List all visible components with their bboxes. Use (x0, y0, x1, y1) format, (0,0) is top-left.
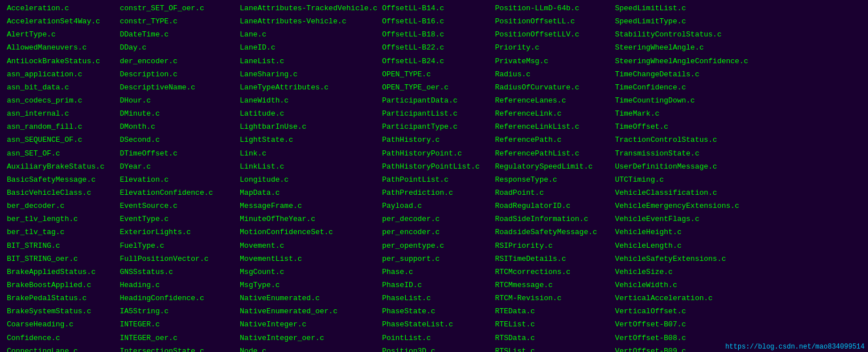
file-item[interactable]: RTCMcorrections.c (493, 266, 613, 279)
file-item[interactable]: LaneAttributes-TrackedVehicle.c (237, 2, 380, 15)
file-item[interactable]: ElevationConfidence.c (117, 187, 237, 199)
file-item[interactable]: VehicleHeight.c (612, 226, 750, 239)
file-item[interactable]: SteeringWheelAngleConfidence.c (612, 55, 750, 68)
file-item[interactable]: TimeConfidence.c (612, 81, 750, 94)
file-item[interactable]: PositionOffsetLL.c (493, 15, 613, 28)
file-item[interactable]: DescriptiveName.c (117, 81, 237, 94)
file-item[interactable]: TractionControlStatus.c (612, 134, 750, 146)
file-item[interactable]: per_decoder.c (380, 213, 492, 226)
file-item[interactable]: NativeInteger.c (237, 318, 380, 331)
file-item[interactable]: DYear.c (117, 161, 237, 173)
file-item[interactable]: VehicleSafetyExtensions.c (612, 253, 750, 265)
file-item[interactable]: RTSList.c (493, 345, 613, 352)
file-item[interactable]: RTEList.c (493, 318, 613, 331)
file-item[interactable]: LightbarInUse.c (237, 121, 380, 133)
file-item[interactable]: MsgCount.c (237, 266, 380, 279)
file-item[interactable]: OffsetLL-B24.c (380, 55, 492, 68)
file-item[interactable]: EventType.c (117, 213, 237, 226)
file-item[interactable]: LaneSharing.c (237, 68, 380, 81)
file-item[interactable]: VertOffset-B07.c (612, 318, 750, 331)
file-item[interactable]: MinuteOfTheYear.c (237, 213, 380, 226)
file-item[interactable]: IntersectionState.c (117, 345, 237, 352)
file-item[interactable]: IA5String.c (117, 305, 237, 318)
file-item[interactable]: asn_SEQUENCE_OF.c (5, 134, 117, 146)
file-item[interactable]: DMinute.c (117, 108, 237, 120)
file-item[interactable]: CoarseHeading.c (5, 318, 117, 331)
file-item[interactable]: INTEGER_oer.c (117, 332, 237, 345)
file-item[interactable]: MovementList.c (237, 253, 380, 265)
file-item[interactable]: asn_random_fill.c (5, 121, 117, 133)
file-item[interactable]: RoadPoint.c (493, 187, 613, 199)
file-item[interactable]: Radius.c (493, 68, 613, 81)
file-item[interactable]: SpeedLimitType.c (612, 15, 750, 28)
file-item[interactable]: ReferencePath.c (493, 134, 613, 146)
file-item[interactable]: BasicVehicleClass.c (5, 187, 117, 199)
file-item[interactable]: per_encoder.c (380, 226, 492, 239)
file-item[interactable]: LaneID.c (237, 42, 380, 54)
file-item[interactable]: NativeEnumerated.c (237, 292, 380, 305)
file-item[interactable]: TimeCountingDown.c (612, 95, 750, 107)
file-item[interactable]: DDateTime.c (117, 28, 237, 41)
file-item[interactable]: TimeMark.c (612, 108, 750, 120)
file-item[interactable]: asn_codecs_prim.c (5, 95, 117, 107)
file-item[interactable]: ParticipantType.c (380, 121, 492, 133)
file-item[interactable]: PhaseStateList.c (380, 318, 492, 331)
file-item[interactable]: OffsetLL-B14.c (380, 2, 492, 15)
file-item[interactable]: der_encoder.c (117, 55, 237, 68)
file-item[interactable]: VerticalOffset.c (612, 305, 750, 318)
file-item[interactable]: PathPointList.c (380, 174, 492, 186)
file-item[interactable]: RSIPriority.c (493, 240, 613, 252)
file-item[interactable]: RoadRegulatorID.c (493, 200, 613, 212)
file-item[interactable]: Movement.c (237, 240, 380, 252)
file-item[interactable]: ReferenceLink.c (493, 108, 613, 120)
file-item[interactable]: FullPositionVector.c (117, 253, 237, 265)
file-item[interactable]: Lane.c (237, 28, 380, 41)
file-item[interactable]: MsgType.c (237, 279, 380, 292)
file-item[interactable]: DHour.c (117, 95, 237, 107)
file-item[interactable]: Longitude.c (237, 174, 380, 186)
file-item[interactable]: asn_bit_data.c (5, 81, 117, 94)
file-item[interactable]: Elevation.c (117, 174, 237, 186)
file-item[interactable]: VehicleEmergencyExtensions.c (612, 200, 750, 212)
file-item[interactable]: RTCM-Revision.c (493, 292, 613, 305)
file-item[interactable]: DSecond.c (117, 134, 237, 146)
file-item[interactable]: ber_decoder.c (5, 200, 117, 212)
file-item[interactable]: VerticalAcceleration.c (612, 292, 750, 305)
file-item[interactable]: Phase.c (380, 266, 492, 279)
file-item[interactable]: OffsetLL-B18.c (380, 28, 492, 41)
file-item[interactable]: PhaseState.c (380, 305, 492, 318)
file-item[interactable]: BrakePedalStatus.c (5, 292, 117, 305)
file-item[interactable]: SteeringWheelAngle.c (612, 42, 750, 54)
file-item[interactable]: RegulatorySpeedLimit.c (493, 161, 613, 173)
file-item[interactable]: MessageFrame.c (237, 200, 380, 212)
file-item[interactable]: OffsetLL-B22.c (380, 42, 492, 54)
file-item[interactable]: FuelType.c (117, 240, 237, 252)
file-item[interactable]: BrakeAppliedStatus.c (5, 266, 117, 279)
file-item[interactable]: Payload.c (380, 200, 492, 212)
file-item[interactable]: ExteriorLights.c (117, 226, 237, 239)
file-item[interactable]: LaneAttributes-Vehicle.c (237, 15, 380, 28)
file-item[interactable]: Priority.c (493, 42, 613, 54)
file-item[interactable]: ReferencePathList.c (493, 148, 613, 160)
file-item[interactable]: RTEData.c (493, 305, 613, 318)
file-item[interactable]: AllowedManeuvers.c (5, 42, 117, 54)
file-item[interactable]: LaneWidth.c (237, 95, 380, 107)
file-item[interactable]: ber_tlv_length.c (5, 213, 117, 226)
file-item[interactable]: UTCTiming.c (612, 174, 750, 186)
file-item[interactable]: OffsetLL-B16.c (380, 15, 492, 28)
file-item[interactable]: VehicleLength.c (612, 240, 750, 252)
file-item[interactable]: EventSource.c (117, 200, 237, 212)
file-item[interactable]: LaneTypeAttributes.c (237, 81, 380, 94)
file-item[interactable]: VehicleSize.c (612, 266, 750, 279)
file-item[interactable]: MapData.c (237, 187, 380, 199)
file-item[interactable]: HeadingConfidence.c (117, 292, 237, 305)
file-item[interactable]: Heading.c (117, 279, 237, 292)
file-item[interactable]: Position-LLmD-64b.c (493, 2, 613, 15)
file-item[interactable]: ReferenceLinkList.c (493, 121, 613, 133)
file-item[interactable]: NativeEnumerated_oer.c (237, 305, 380, 318)
file-item[interactable]: INTEGER.c (117, 318, 237, 331)
file-item[interactable]: TimeOffset.c (612, 121, 750, 133)
file-item[interactable]: ber_tlv_tag.c (5, 226, 117, 239)
file-item[interactable]: LightState.c (237, 134, 380, 146)
file-item[interactable]: AuxiliaryBrakeStatus.c (5, 161, 117, 173)
